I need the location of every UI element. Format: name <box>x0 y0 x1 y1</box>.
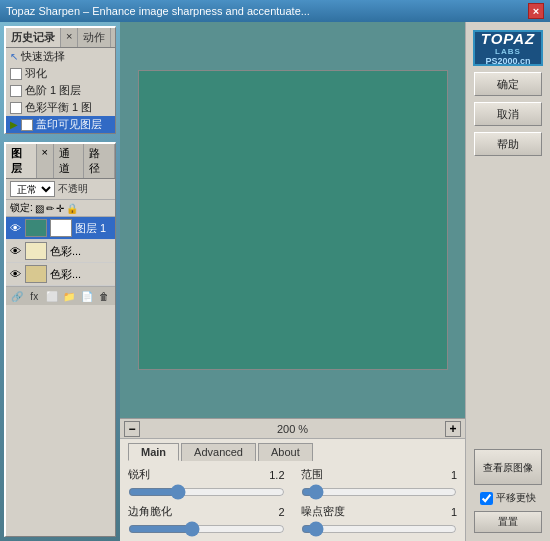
cancel-button[interactable]: 取消 <box>474 102 542 126</box>
slider-edge-header: 边角脆化 2 <box>128 504 285 519</box>
slider-sharpness: 锐利 1.2 <box>128 467 285 500</box>
tab-layers-close[interactable]: × <box>37 144 54 178</box>
add-mask-icon[interactable]: ⬜ <box>45 289 59 303</box>
fast-move-checkbox[interactable] <box>480 492 493 505</box>
slider-edge-input[interactable] <box>128 521 285 537</box>
layers-panel: 图层 × 通道 路径 正常 不透明 锁定: ▨ ✏ ✛ <box>4 142 116 537</box>
sliders-grid: 锐利 1.2 范围 1 边角脆化 2 <box>128 467 457 537</box>
opacity-label: 不透明 <box>58 182 88 196</box>
layer-item-2[interactable]: 👁 色彩... <box>6 263 115 286</box>
close-button[interactable]: × <box>528 3 544 19</box>
blend-mode-select[interactable]: 正常 <box>10 181 55 197</box>
layer-visibility-icon[interactable]: 👁 <box>10 222 22 234</box>
history-item-2[interactable]: 色阶 1 图层 <box>6 82 115 99</box>
slider-range-header: 范围 1 <box>301 467 458 482</box>
logo-text: TOPAZ <box>481 30 535 47</box>
bottom-controls: Main Advanced About 锐利 1.2 <box>120 438 465 541</box>
doc-icon <box>10 102 22 114</box>
slider-sharpness-input[interactable] <box>128 484 285 500</box>
tab-about[interactable]: About <box>258 443 313 461</box>
layer-thumbnail <box>25 219 47 237</box>
canvas-image <box>138 70 448 370</box>
lock-controls: 锁定: ▨ ✏ ✛ 🔒 <box>6 200 115 217</box>
layer-visibility-icon[interactable]: 👁 <box>10 245 22 257</box>
slider-range-input[interactable] <box>301 484 458 500</box>
help-button[interactable]: 帮助 <box>474 132 542 156</box>
layer-name-0: 图层 1 <box>75 221 106 236</box>
tab-layers[interactable]: 图层 <box>6 144 37 178</box>
slider-noise-label: 噪点密度 <box>301 504 345 519</box>
layer-visibility-icon[interactable]: 👁 <box>10 268 22 280</box>
tab-main[interactable]: Main <box>128 443 179 461</box>
tab-advanced[interactable]: Advanced <box>181 443 256 461</box>
fast-move-label: 平移更快 <box>496 491 536 505</box>
tab-history[interactable]: 历史记录 <box>6 28 61 47</box>
history-item-3[interactable]: 色彩平衡 1 图 <box>6 99 115 116</box>
slider-range-label: 范围 <box>301 467 323 482</box>
logo-sub: LABS <box>495 47 521 56</box>
tab-paths[interactable]: 路径 <box>84 144 115 178</box>
lock-paint-icon[interactable]: ✏ <box>46 203 54 214</box>
fast-move-row: 平移更快 <box>480 491 536 505</box>
cursor-icon: ↖ <box>10 51 18 62</box>
new-group-icon[interactable]: 📁 <box>63 289 77 303</box>
tab-channels[interactable]: 通道 <box>54 144 85 178</box>
slider-edge-value: 2 <box>278 506 284 518</box>
history-item-4[interactable]: ▶ 盖印可见图层 <box>6 116 115 133</box>
lock-transparent-icon[interactable]: ▨ <box>35 203 44 214</box>
canvas-container <box>120 22 465 418</box>
zoom-out-button[interactable]: − <box>124 421 140 437</box>
layer-item-0[interactable]: 👁 图层 1 <box>6 217 115 240</box>
zoom-in-button[interactable]: + <box>445 421 461 437</box>
doc-icon <box>10 85 22 97</box>
lock-move-icon[interactable]: ✛ <box>56 203 64 214</box>
slider-noise-value: 1 <box>451 506 457 518</box>
lock-all-icon[interactable]: 🔒 <box>66 203 78 214</box>
link-layers-icon[interactable]: 🔗 <box>10 289 24 303</box>
new-layer-icon[interactable]: 📄 <box>80 289 94 303</box>
slider-range-value: 1 <box>451 469 457 481</box>
slider-edge-label: 边角脆化 <box>128 504 172 519</box>
active-history-icon: ▶ <box>10 119 18 130</box>
reset-button[interactable]: 置置 <box>474 511 542 533</box>
tab-bar: Main Advanced About <box>128 443 457 461</box>
layer-name-1: 色彩... <box>50 244 81 259</box>
history-item-1[interactable]: 羽化 <box>6 65 115 82</box>
history-item-0[interactable]: ↖ 快速选择 <box>6 48 115 65</box>
center-area: − 200 % + Main Advanced About <box>120 22 465 541</box>
right-panel: TOPAZ LABS PS2000.cn 确定 取消 帮助 查看原图像 平移更快… <box>465 22 550 541</box>
history-panel: 历史记录 × 动作 ↖ 快速选择 羽化 色阶 1 图层 色彩平衡 <box>4 26 116 134</box>
layer-mask-thumbnail <box>50 219 72 237</box>
history-tab-bar: 历史记录 × 动作 <box>6 28 115 48</box>
slider-edge: 边角脆化 2 <box>128 504 285 537</box>
add-style-icon[interactable]: fx <box>28 289 42 303</box>
lock-label: 锁定: <box>10 201 33 215</box>
layers-mode-controls: 正常 不透明 <box>6 179 115 200</box>
layers-tab-bar: 图层 × 通道 路径 <box>6 144 115 179</box>
zoom-bar: − 200 % + <box>120 418 465 438</box>
slider-sharpness-value: 1.2 <box>269 469 284 481</box>
slider-range: 范围 1 <box>301 467 458 500</box>
topaz-logo: TOPAZ LABS PS2000.cn <box>473 30 543 66</box>
title-bar: Topaz Sharpen – Enhance image sharpness … <box>0 0 550 22</box>
doc-icon <box>10 68 22 80</box>
doc-icon <box>21 119 33 131</box>
layer-thumbnail <box>25 265 47 283</box>
left-panel: 历史记录 × 动作 ↖ 快速选择 羽化 色阶 1 图层 色彩平衡 <box>0 22 120 541</box>
layer-item-1[interactable]: 👁 色彩... <box>6 240 115 263</box>
slider-sharpness-label: 锐利 <box>128 467 150 482</box>
tab-actions[interactable]: 动作 <box>78 28 111 47</box>
window-title: Topaz Sharpen – Enhance image sharpness … <box>6 5 310 17</box>
slider-noise-header: 噪点密度 1 <box>301 504 458 519</box>
zoom-value: 200 % <box>144 423 441 435</box>
layer-thumbnail <box>25 242 47 260</box>
logo-ps: PS2000.cn <box>485 56 530 66</box>
slider-noise-input[interactable] <box>301 521 458 537</box>
layer-name-2: 色彩... <box>50 267 81 282</box>
layer-bottom-bar: 🔗 fx ⬜ 📁 📄 🗑 <box>6 286 115 305</box>
slider-noise: 噪点密度 1 <box>301 504 458 537</box>
view-original-button[interactable]: 查看原图像 <box>474 449 542 485</box>
tab-history-close[interactable]: × <box>61 28 78 47</box>
delete-layer-icon[interactable]: 🗑 <box>98 289 112 303</box>
confirm-button[interactable]: 确定 <box>474 72 542 96</box>
